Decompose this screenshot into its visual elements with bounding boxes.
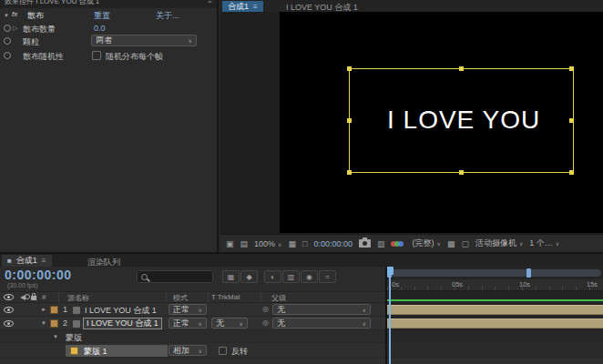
panel-menu-icon[interactable]: ≡ xyxy=(208,0,212,5)
tab-timeline-comp[interactable]: ■ 合成1 ≡ xyxy=(2,255,52,267)
transparency-grid-icon[interactable]: ▢ xyxy=(461,239,469,248)
layer-duration-bar-1[interactable] xyxy=(387,305,603,315)
selection-handle[interactable] xyxy=(347,66,352,71)
parent-select[interactable]: 无 ∨ xyxy=(272,304,371,315)
mask-mode-select[interactable]: 相加 ∨ xyxy=(169,345,207,356)
timeline-search-field[interactable] xyxy=(137,270,213,283)
label-color-swatch[interactable] xyxy=(50,319,58,328)
column-source-name[interactable]: 源名称 xyxy=(67,293,89,303)
layer-name[interactable]: I LOVE YOU 合成 1 xyxy=(85,305,157,317)
frame-blend-icon[interactable]: ▥ xyxy=(282,270,300,283)
effect-about-link[interactable]: 关于... xyxy=(156,10,179,22)
mask-inverted-checkbox[interactable] xyxy=(219,347,227,355)
chevron-down-icon: ∨ xyxy=(189,37,192,44)
selection-handle[interactable] xyxy=(459,66,464,71)
layer-selection-box[interactable] xyxy=(349,68,574,173)
tab-render-queue[interactable]: 渲染队列 xyxy=(87,257,120,268)
draft-3d-icon[interactable]: ◆ xyxy=(240,270,258,283)
scatter-amount-value[interactable]: 0.0 xyxy=(94,24,106,33)
viewer-timecode[interactable]: 0:00:00:00 xyxy=(313,239,353,248)
effect-name[interactable]: 散布 xyxy=(27,10,44,22)
graph-editor-icon[interactable]: ≈ xyxy=(319,270,336,283)
trkmat-value: 无 xyxy=(216,318,238,329)
3d-view-select[interactable]: 活动摄像机∨ xyxy=(475,238,523,249)
selection-handle[interactable] xyxy=(347,118,352,123)
twirl-closed-icon[interactable]: ► xyxy=(41,307,46,312)
mask-name[interactable]: 蒙版 1 xyxy=(84,346,107,358)
effect-twirl-icon[interactable]: ▼ xyxy=(4,13,9,18)
property-twirl-icon[interactable]: ▷ xyxy=(13,25,17,32)
layer-duration-bar-2[interactable] xyxy=(387,318,603,329)
video-eye-icon[interactable] xyxy=(4,320,14,327)
layer-row-1[interactable]: ► 1 I LOVE YOU 合成 1 正常 ∨ ◎ 无 ∨ xyxy=(0,303,385,317)
viewer-lock-icon[interactable]: ▣ xyxy=(226,239,234,248)
parent-pickwhip-icon[interactable]: ◎ xyxy=(262,318,269,327)
region-of-interest-icon[interactable]: ▩ xyxy=(447,239,455,248)
blend-mode-select[interactable]: 正常 ∨ xyxy=(169,318,207,329)
selection-handle[interactable] xyxy=(569,118,574,123)
resolution-select[interactable]: (完整)∨ xyxy=(412,238,440,249)
trkmat-select[interactable]: 无 ∨ xyxy=(211,318,248,329)
show-snapshot-icon[interactable]: ▥ xyxy=(377,239,385,248)
viewer-toolbar: ▣ ▤ 100%∨ ▦ □ 0:00:00:00 ▥ (完整)∨ ▩ ▢ 活动摄… xyxy=(220,234,603,252)
stopwatch-icon[interactable] xyxy=(4,52,11,59)
randomize-checkbox[interactable] xyxy=(92,51,101,60)
mini-flowchart-icon[interactable]: ▦ xyxy=(222,270,240,283)
motion-blur-icon[interactable]: ◉ xyxy=(301,270,318,283)
partial-track xyxy=(387,359,603,364)
label-color-swatch[interactable] xyxy=(50,306,58,314)
grain-select[interactable]: 两者 ∨ xyxy=(91,35,197,46)
current-timecode[interactable]: 0:00:00:00 xyxy=(5,268,72,282)
timeline-tabstrip: ■ 合成1 ≡ 渲染队列 xyxy=(0,254,603,267)
work-area-green-bar[interactable] xyxy=(387,299,603,301)
column-mode[interactable]: 模式 xyxy=(173,293,188,303)
video-eye-icon[interactable] xyxy=(4,294,14,300)
mask-row[interactable]: 蒙版 1 相加 ∨ 反转 xyxy=(0,343,385,359)
timeline-navigator-track[interactable] xyxy=(389,269,601,277)
current-time-indicator[interactable] xyxy=(389,268,391,364)
viewer-options-icon[interactable]: ▤ xyxy=(240,239,249,248)
selection-handle[interactable] xyxy=(569,170,574,175)
parent-select[interactable]: 无 ∨ xyxy=(272,318,371,329)
ruler-ticks xyxy=(387,287,603,290)
column-index[interactable]: # xyxy=(42,293,46,301)
layer-name-selected[interactable]: I LOVE YOU 合成 1 xyxy=(83,318,162,329)
selection-handle[interactable] xyxy=(347,170,352,175)
channels-rgb-icon[interactable] xyxy=(391,240,405,248)
solo-icon[interactable] xyxy=(25,294,30,299)
panel-menu-icon[interactable]: ≡ xyxy=(253,3,258,11)
grid-guides-icon[interactable]: ▦ xyxy=(288,239,296,248)
blend-mode-select[interactable]: 正常 ∨ xyxy=(169,304,207,315)
effect-controls-tab-title[interactable]: 效果控件 I LOVE YOU 合成 1 xyxy=(5,0,99,6)
twirl-open-icon[interactable]: ▼ xyxy=(53,334,58,339)
mask-color-swatch[interactable] xyxy=(70,347,78,355)
selection-handle[interactable] xyxy=(459,170,464,175)
column-parent[interactable]: 父级 xyxy=(271,293,286,303)
hide-shy-icon[interactable]: ◐ xyxy=(264,270,281,283)
chevron-down-icon: ∨ xyxy=(556,240,559,247)
video-eye-icon[interactable] xyxy=(4,307,14,313)
work-area-end-handle[interactable] xyxy=(526,268,531,278)
mask-selection-highlight xyxy=(66,345,168,357)
resolution-value: (完整) xyxy=(412,238,434,248)
selection-handle[interactable] xyxy=(569,66,574,71)
stopwatch-icon[interactable] xyxy=(4,25,11,32)
effect-reset-link[interactable]: 重置 xyxy=(94,10,110,22)
layer-row-2[interactable]: ▼ 2 I LOVE YOU 合成 1 正常 ∨ 无 ∨ ◎ 无 ∨ xyxy=(0,317,385,330)
tab-composition-active[interactable]: 合成1 ≡ xyxy=(222,1,263,12)
timeline-track-area[interactable]: 0s 05s 10s 15s xyxy=(387,267,603,364)
masks-group-row[interactable]: ▼ 蒙版 xyxy=(0,330,385,343)
fx-badge-icon[interactable]: fx xyxy=(12,10,17,18)
composition-canvas[interactable]: I LOVE YOU xyxy=(280,12,603,233)
panel-menu-icon[interactable]: ≡ xyxy=(42,257,46,265)
column-trkmat[interactable]: T TrkMat xyxy=(211,293,240,301)
parent-pickwhip-icon[interactable]: ◎ xyxy=(262,305,269,313)
snapshot-camera-icon[interactable] xyxy=(359,239,371,248)
time-ruler[interactable]: 0s 05s 10s 15s xyxy=(387,279,603,291)
motion-blur-glyph: ◉ xyxy=(306,273,312,281)
twirl-open-icon[interactable]: ▼ xyxy=(41,320,46,326)
mask-visibility-icon[interactable]: □ xyxy=(302,239,307,248)
stopwatch-icon[interactable] xyxy=(4,37,11,45)
view-layout-select[interactable]: 1 个…∨ xyxy=(529,238,559,249)
magnification-select[interactable]: 100%∨ xyxy=(254,239,281,248)
